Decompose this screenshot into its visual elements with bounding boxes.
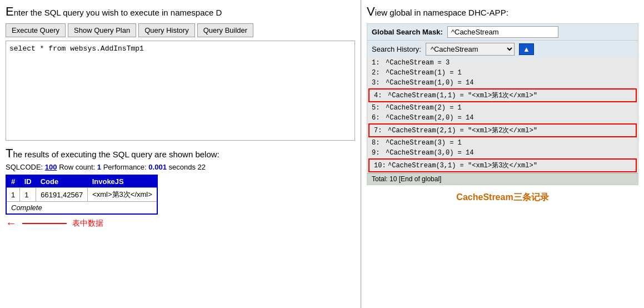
global-result-row: 10: ^CacheStream(3,1) = "<xml>第3次</xml>" (368, 158, 637, 172)
line-content: ^CacheStream(2) = 1 (386, 104, 462, 112)
global-result-row: 3: ^CacheStream(1,0) = 14 (367, 78, 638, 88)
performance-unit: seconds (169, 163, 196, 171)
performance-value: 0.001 (148, 163, 167, 171)
line-content: ^CacheStream(3,1) = "<xml>第3次</xml>" (388, 161, 537, 170)
global-results: 1: ^CacheStream = 32: ^CacheStream(1) = … (367, 58, 638, 172)
global-result-row: 4: ^CacheStream(1,1) = "<xml>第1次</xml>" (368, 88, 637, 102)
global-result-row: 5: ^CacheStream(2) = 1 (367, 103, 638, 113)
cell-code: 66191,42567 (36, 188, 88, 202)
table-header-row: # ID Code InvokeJS (6, 175, 157, 188)
results-title-first: T (6, 146, 13, 160)
arrow-icon: ← (6, 217, 17, 230)
line-content: ^CacheStream(3,0) = 14 (386, 149, 473, 157)
cell-invokejs: <xml>第3次</xml> (88, 188, 157, 202)
global-result-row: 8: ^CacheStream(3) = 1 (367, 138, 638, 148)
global-result-row: 6: ^CacheStream(2,0) = 14 (367, 113, 638, 123)
line-number: 7: (374, 127, 388, 135)
table-complete-row: Complete (6, 202, 157, 215)
result-table-wrapper: # ID Code InvokeJS 1 1 66191,42567 <xml>… (6, 175, 355, 215)
complete-text: Complete (6, 202, 157, 215)
line-content: ^CacheStream(1,0) = 14 (386, 79, 473, 87)
toolbar: Execute Query Show Query Plan Query Hist… (6, 23, 355, 37)
show-query-plan-button[interactable]: Show Query Plan (68, 23, 136, 37)
line-content: ^CacheStream(2,0) = 14 (386, 114, 473, 122)
col-code: Code (36, 175, 88, 188)
results-title: The results of executing the SQL query a… (6, 146, 355, 161)
line-number: 6: (372, 114, 386, 122)
performance-label: Performance: (103, 163, 147, 171)
annotation-text: 表中数据 (72, 218, 103, 228)
right-panel: View global in namespace DHC-APP: Global… (361, 0, 644, 308)
search-go-button[interactable]: ▲ (519, 43, 534, 55)
global-search-input[interactable] (447, 26, 558, 38)
query-builder-button[interactable]: Query Builder (197, 23, 253, 37)
right-title: View global in namespace DHC-APP: (367, 4, 638, 19)
line-number: 4: (374, 92, 388, 100)
results-title-rest: he results of executing the SQL query ar… (13, 150, 219, 159)
global-result-row: 9: ^CacheStream(3,0) = 14 (367, 148, 638, 158)
sql-info: SQLCODE: 100 Row count: 1 Performance: 0… (6, 163, 355, 171)
sqlcode-value: 100 (45, 163, 57, 171)
line-number: 2: (372, 69, 386, 77)
global-result-row: 7: ^CacheStream(2,1) = "<xml>第2次</xml>" (368, 123, 637, 137)
search-history-row: Search History: ^CacheStream ▲ (367, 40, 638, 58)
search-history-select[interactable]: ^CacheStream (426, 43, 515, 56)
global-total: Total: 10 [End of global] (367, 173, 638, 185)
line-number: 8: (372, 139, 386, 147)
line-content: ^CacheStream(3) = 1 (386, 139, 462, 147)
execute-query-button[interactable]: Execute Query (6, 23, 66, 37)
cache-stream-note: CacheStream三条记录 (367, 192, 638, 203)
extra-num: 22 (198, 163, 206, 171)
rowcount-label: Row count: (59, 163, 95, 171)
line-number: 3: (372, 79, 386, 87)
left-title-first: E (6, 4, 14, 18)
search-history-label: Search History: (372, 45, 421, 53)
line-content: ^CacheStream(1) = 1 (386, 69, 462, 77)
global-result-row: 1: ^CacheStream = 3 (367, 58, 638, 68)
annotation-row: ← 表中数据 (6, 217, 355, 230)
rowcount-value: 1 (97, 163, 101, 171)
line-content: ^CacheStream(1,1) = "<xml>第1次</xml>" (388, 91, 537, 100)
table-row: 1 1 66191,42567 <xml>第3次</xml> (6, 188, 157, 202)
right-title-first: V (367, 4, 375, 18)
cell-id: 1 (20, 188, 36, 202)
right-title-rest: iew global in namespace DHC-APP: (375, 8, 508, 17)
col-hash: # (6, 175, 20, 188)
col-invokejs: InvokeJS (88, 175, 157, 188)
line-number: 10: (374, 162, 388, 170)
left-title: Enter the SQL query you wish to execute … (6, 4, 355, 19)
global-view-box: Global Search Mask: Search History: ^Cac… (367, 23, 638, 185)
left-title-rest: nter the SQL query you wish to execute i… (14, 8, 222, 17)
col-id: ID (20, 175, 36, 188)
global-result-row: 2: ^CacheStream(1) = 1 (367, 68, 638, 78)
line-content: ^CacheStream = 3 (386, 59, 450, 67)
query-input[interactable]: select * from websys.AddInsTmp1 (6, 41, 355, 141)
result-table: # ID Code InvokeJS 1 1 66191,42567 <xml>… (6, 175, 158, 215)
line-number: 5: (372, 104, 386, 112)
left-panel: Enter the SQL query you wish to execute … (0, 0, 361, 308)
line-number: 9: (372, 149, 386, 157)
global-search-row: Global Search Mask: (367, 24, 638, 40)
line-number: 1: (372, 59, 386, 67)
sqlcode-label: SQLCODE: (6, 163, 43, 171)
line-content: ^CacheStream(2,1) = "<xml>第2次</xml>" (388, 126, 537, 135)
cell-rownum: 1 (6, 188, 20, 202)
global-search-label: Global Search Mask: (372, 28, 443, 36)
query-history-button[interactable]: Query History (138, 23, 194, 37)
